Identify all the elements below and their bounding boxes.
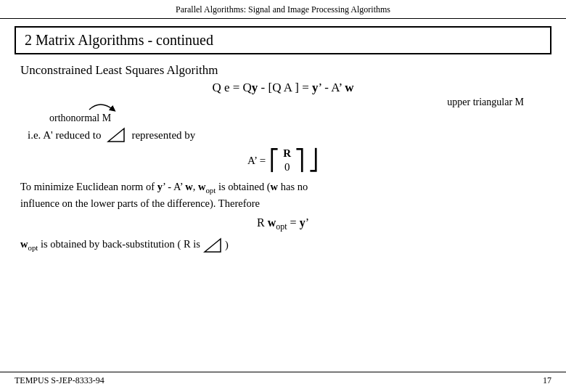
paragraph-text: To minimize Euclidean norm of y’ - A’ w,… bbox=[20, 179, 546, 212]
wopt-closing: ) bbox=[225, 237, 229, 253]
matrix-label: A’ = bbox=[247, 155, 266, 167]
formula-text: Q e = Qy - [Q A ] = y’ - A’ w bbox=[212, 81, 353, 94]
wopt-line: wopt is obtained by back-substitution ( … bbox=[20, 237, 546, 253]
content-area: Unconstrained Least Squares Algorithm Q … bbox=[0, 60, 566, 253]
page-header: Parallel Algorithms: Signal and Image Pr… bbox=[0, 0, 566, 19]
section-heading: Unconstrained Least Squares Algorithm bbox=[20, 63, 546, 78]
para-text-2: influence on the lower parts of the diff… bbox=[20, 197, 260, 209]
represented-by-text: represented by bbox=[131, 129, 195, 142]
wopt-text: wopt is obtained by back-substitution ( … bbox=[20, 237, 200, 253]
orthonormal-label: orthonormal M bbox=[49, 113, 111, 124]
equation2-text: R wopt = y’ bbox=[257, 216, 309, 229]
annotation-right: upper triangular M bbox=[447, 97, 524, 108]
upper-triangular-label: upper triangular M bbox=[447, 97, 524, 107]
annotation-left: orthonormal M bbox=[42, 97, 122, 124]
annotations-row: orthonormal M upper triangular M bbox=[20, 97, 546, 124]
matrix-row-r: R bbox=[283, 147, 291, 160]
ie-line: i.e. A' reduced to represented by bbox=[20, 127, 546, 143]
footer-left: TEMPUS S-JEP-8333-94 bbox=[15, 375, 104, 386]
curved-arrow-icon bbox=[86, 97, 122, 113]
para-text-1: To minimize Euclidean norm of y’ - A’ w,… bbox=[20, 181, 216, 192]
header-title: Parallel Algorithms: Signal and Image Pr… bbox=[176, 4, 390, 15]
svg-marker-1 bbox=[205, 239, 221, 252]
main-formula: Q e = Qy - [Q A ] = y’ - A’ w bbox=[20, 81, 546, 95]
svg-marker-0 bbox=[108, 128, 124, 142]
matrix-row-0: 0 bbox=[284, 161, 290, 173]
page-footer: TEMPUS S-JEP-8333-94 17 bbox=[0, 372, 566, 386]
matrix-formula: A’ = ⎡ R 0 ⎤ ⎦ bbox=[20, 147, 546, 173]
slide-title: 2 Matrix Algorithms - continued bbox=[25, 32, 213, 48]
para-text-1c: is obtained (w has no bbox=[216, 181, 308, 192]
footer-right: 17 bbox=[543, 375, 551, 386]
slide-title-box: 2 Matrix Algorithms - continued bbox=[15, 26, 551, 54]
equation2: R wopt = y’ bbox=[20, 216, 546, 232]
ie-text: i.e. A' reduced to bbox=[28, 129, 101, 142]
triangle-icon-left bbox=[107, 127, 126, 143]
triangle-icon-right bbox=[203, 237, 222, 253]
